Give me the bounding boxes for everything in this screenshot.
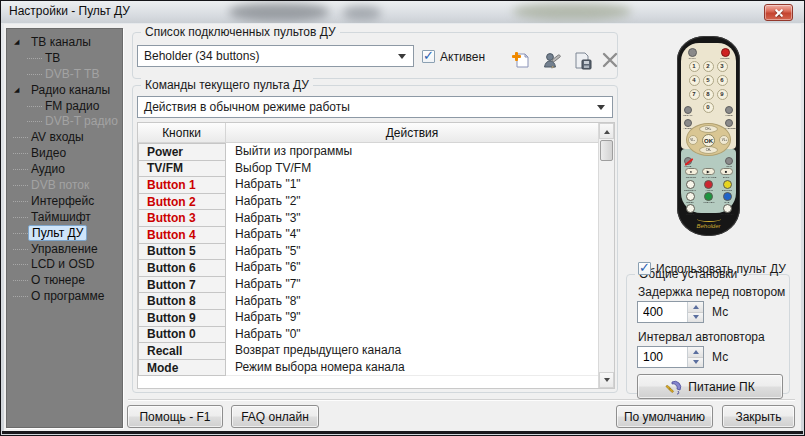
sidebar-item[interactable]: ТВ [7,50,122,66]
save-remote-button[interactable] [570,48,594,72]
table-row[interactable]: Button 9Набрать "9" [138,309,598,327]
table-row[interactable]: Button 0Набрать "0" [138,326,598,344]
table-cell-action[interactable]: Выбор TV/FM [226,160,598,178]
active-checkbox[interactable]: ✓ [422,50,435,63]
new-remote-button[interactable] [509,48,533,72]
use-remote-checkbox[interactable]: ✓ [638,262,651,275]
remote-label-stop: STOP [718,176,734,178]
sidebar-item[interactable]: ◢Радио каналы [7,82,122,98]
interval-input[interactable] [638,347,687,367]
faq-button[interactable]: FAQ онлайн [231,405,319,428]
buttons-column-header[interactable]: Кнопки [138,123,226,142]
sidebar-item[interactable]: FM радио [7,98,122,114]
table-cell-button[interactable]: Recall [138,342,226,360]
sidebar-item[interactable]: AV входы [7,129,122,145]
table-row[interactable]: Button 8Набрать "8" [138,292,598,310]
sidebar-item[interactable]: Видео [7,145,122,161]
spin-down-button[interactable] [688,358,703,368]
tree-expanded-icon[interactable]: ◢ [14,38,19,45]
table-cell-button[interactable]: Mode [138,359,226,377]
table-row[interactable]: Button 4Набрать "4" [138,226,598,244]
sidebar-item[interactable]: Интерфейс [7,193,122,209]
table-row[interactable]: TV/FMВыбор TV/FM [138,160,598,178]
remote-digit-button: 0 [703,102,714,113]
table-cell-action[interactable]: Набрать "1" [226,176,598,194]
sidebar-item[interactable]: О тюнере [7,272,122,288]
table-row[interactable]: PowerВыйти из программы [138,143,598,161]
table-cell-action[interactable]: Набрать "2" [226,193,598,211]
tree-expanded-icon[interactable]: ◢ [14,86,19,93]
table-row[interactable]: Button 5Набрать "5" [138,243,598,261]
table-cell-action[interactable]: Набрать "4" [226,226,598,244]
edit-remote-button[interactable] [540,48,564,72]
sidebar-item[interactable]: Управление [7,241,122,257]
chevron-down-icon[interactable] [398,54,406,63]
sidebar-item[interactable]: Аудио [7,161,122,177]
table-cell-action[interactable]: Набрать "6" [226,259,598,277]
table-cell-button[interactable]: Button 5 [138,243,226,261]
scrollbar-track[interactable] [599,162,614,372]
actions-column-header[interactable]: Действия [226,123,598,142]
help-button[interactable]: Помощь - F1 [127,405,223,428]
table-cell-button[interactable]: Power [138,143,226,161]
sidebar-item[interactable]: О программе [7,288,122,304]
interval-spinner[interactable] [637,346,704,368]
table-cell-button[interactable]: Button 1 [138,176,226,194]
spin-up-button[interactable] [688,302,703,313]
table-cell-button[interactable]: Button 3 [138,209,226,227]
spin-down-button[interactable] [688,313,703,323]
sidebar-item[interactable]: DVB-T ТВ [7,66,122,82]
table-cell-action[interactable]: Набрать "9" [226,309,598,327]
table-cell-action[interactable]: Выйти из программы [226,143,598,161]
titlebar[interactable]: Настройки - Пульт ДУ [1,1,804,23]
delay-spinner[interactable] [637,301,704,323]
table-row[interactable]: ModeРежим выбора номера канала [138,359,598,377]
remote-select-combobox[interactable]: Beholder (34 buttons) [137,45,414,67]
chevron-down-icon[interactable] [597,105,605,114]
table-cell-action[interactable]: Возврат предыдущего канала [226,342,598,360]
spin-up-button[interactable] [688,347,703,358]
table-scrollbar[interactable] [598,123,614,388]
table-cell-action[interactable]: Набрать "0" [226,326,598,344]
table-cell-button[interactable]: Button 7 [138,276,226,294]
table-row[interactable]: Button 2Набрать "2" [138,193,598,211]
table-cell-action[interactable]: Набрать "8" [226,292,598,310]
sidebar-item[interactable]: DVB поток [7,177,122,193]
sidebar-tree[interactable]: ◢ТВ каналыТВDVB-T ТВ◢Радио каналыFM ради… [6,28,123,428]
sidebar-item[interactable]: DVB-T радио [7,113,122,129]
table-cell-button[interactable]: Button 2 [138,193,226,211]
close-dialog-button[interactable]: Закрыть [722,405,795,428]
sidebar-item[interactable]: Пульт ДУ [7,225,122,241]
close-button[interactable] [764,4,793,21]
scrollbar-thumb[interactable] [600,140,613,161]
sidebar-item[interactable]: Таймшифт [7,209,122,225]
sidebar-item-label: ТВ каналы [31,35,91,49]
sidebar-item-label: Видео [31,146,66,160]
table-cell-button[interactable]: Button 8 [138,292,226,310]
scroll-down-button[interactable] [599,372,614,388]
table-header: Кнопки Действия [138,123,598,143]
sidebar-item[interactable]: ◢ТВ каналы [7,34,122,50]
table-cell-action[interactable]: Набрать "5" [226,243,598,261]
table-row[interactable]: Button 3Набрать "3" [138,209,598,227]
mode-select-combobox[interactable]: Действия в обычном режиме работы [137,96,613,118]
table-row[interactable]: RecallВозврат предыдущего канала [138,342,598,360]
delay-unit-label: Мс [712,305,728,319]
table-cell-action[interactable]: Набрать "7" [226,276,598,294]
table-cell-button[interactable]: Button 6 [138,259,226,277]
scroll-up-button[interactable] [599,123,614,139]
table-row[interactable]: Button 7Набрать "7" [138,276,598,294]
defaults-button[interactable]: По умолчанию [616,405,713,428]
table-cell-button[interactable]: Button 9 [138,309,226,327]
table-cell-button[interactable]: TV/FM [138,160,226,178]
table-cell-action[interactable]: Набрать "3" [226,209,598,227]
delete-remote-button[interactable] [598,48,622,72]
pc-power-button[interactable]: Питание ПК [637,374,783,399]
table-cell-button[interactable]: Button 0 [138,326,226,344]
table-row[interactable]: Button 1Набрать "1" [138,176,598,194]
sidebar-item[interactable]: LCD и OSD [7,256,122,272]
table-row[interactable]: Button 6Набрать "6" [138,259,598,277]
delay-input[interactable] [638,302,687,322]
table-cell-button[interactable]: Button 4 [138,226,226,244]
table-cell-action[interactable]: Режим выбора номера канала [226,359,598,377]
